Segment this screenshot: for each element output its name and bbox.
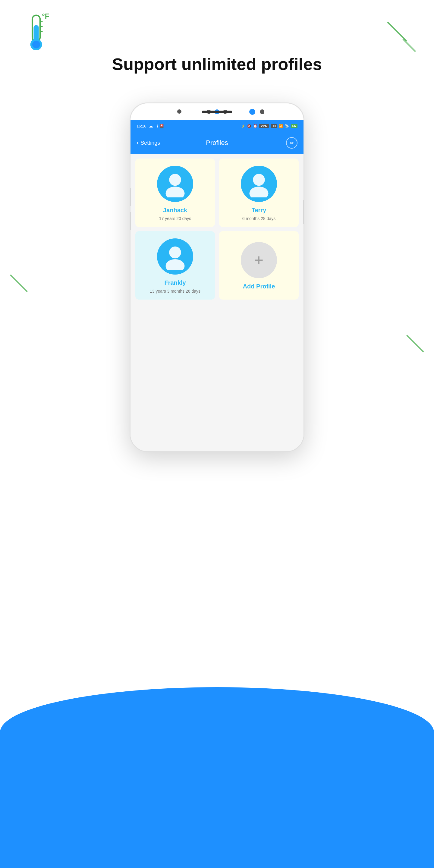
power-button	[303, 200, 304, 224]
back-button[interactable]: ‹ Settings	[136, 139, 160, 147]
deco-line-top-right-2	[402, 38, 416, 52]
svg-point-3	[32, 41, 40, 49]
battery-level: 66	[291, 124, 298, 128]
sensor-dot-4	[249, 109, 255, 115]
status-right: ⚡ 🔇 ⏰ VPN HD 📶 📡 66	[241, 124, 298, 128]
profile-age-terry: 6 months 28 days	[242, 216, 276, 221]
blue-background-shape	[0, 687, 434, 868]
app-bar: ‹ Settings Profiles ✏	[130, 132, 304, 154]
wifi-icon: 📡	[285, 124, 289, 128]
volume-up-button	[130, 188, 131, 206]
phone-mockup: 16:16 ☁ 🌡🎴 ⚡ 🔇 ⏰ VPN HD 📶 📡 66 ‹ Setting…	[130, 102, 304, 452]
back-label[interactable]: Settings	[141, 140, 160, 146]
alarm-icon: ⏰	[253, 124, 257, 128]
svg-point-9	[166, 187, 185, 197]
page-heading: Support unlimited profiles	[0, 54, 434, 74]
svg-point-11	[250, 187, 269, 197]
mute-icon: 🔇	[247, 124, 251, 128]
profile-age-janhack: 17 years 20 days	[159, 216, 191, 221]
vpn-badge: VPN	[259, 124, 269, 128]
profile-name-frankly: Frankly	[164, 279, 186, 286]
phone-top-sensors	[130, 103, 304, 120]
profile-name-terry: Terry	[252, 207, 267, 214]
profile-card-frankly[interactable]: Frankly 13 years 3 months 26 days	[135, 231, 215, 300]
profile-name-janhack: Janhack	[163, 207, 187, 214]
profile-card-janhack[interactable]: Janhack 17 years 20 days	[135, 158, 215, 227]
hd-icon: HD	[271, 124, 277, 128]
status-cloud-icon: ☁	[149, 124, 153, 128]
back-chevron-icon: ‹	[136, 139, 138, 147]
add-profile-label: Add Profile	[243, 283, 275, 290]
plus-icon: +	[254, 252, 264, 268]
avatar-janhack	[157, 166, 193, 202]
avatar-frankly	[157, 239, 193, 275]
bluetooth-icon: ⚡	[241, 124, 245, 128]
avatar-terry	[241, 166, 277, 202]
svg-point-10	[253, 174, 265, 186]
volume-down-button	[130, 212, 131, 230]
profile-age-frankly: 13 years 3 months 26 days	[150, 289, 200, 293]
add-profile-card[interactable]: + Add Profile	[219, 231, 299, 300]
svg-point-13	[166, 259, 185, 270]
profile-card-terry[interactable]: Terry 6 months 28 days	[219, 158, 299, 227]
svg-point-12	[169, 247, 181, 258]
svg-text:°F: °F	[42, 12, 49, 20]
status-icons: 🌡🎴	[156, 124, 164, 128]
front-camera	[177, 110, 181, 114]
signal-icon: 📶	[279, 124, 283, 128]
deco-line-left	[10, 274, 28, 292]
app-logo: °F	[18, 12, 54, 56]
status-left: 16:16 ☁ 🌡🎴	[136, 124, 164, 128]
add-profile-icon: +	[241, 242, 277, 278]
status-time: 16:16	[136, 124, 147, 128]
edit-icon: ✏	[290, 140, 294, 146]
screen-title: Profiles	[206, 139, 228, 147]
phone-speaker	[202, 111, 232, 113]
edit-button[interactable]: ✏	[286, 137, 298, 149]
deco-line-top-right-1	[387, 22, 407, 41]
profile-grid: Janhack 17 years 20 days Terry 6 months …	[130, 154, 304, 452]
svg-point-8	[169, 174, 181, 186]
front-camera-right	[260, 110, 264, 114]
deco-line-right	[406, 335, 424, 352]
status-bar: 16:16 ☁ 🌡🎴 ⚡ 🔇 ⏰ VPN HD 📶 📡 66	[130, 120, 304, 132]
